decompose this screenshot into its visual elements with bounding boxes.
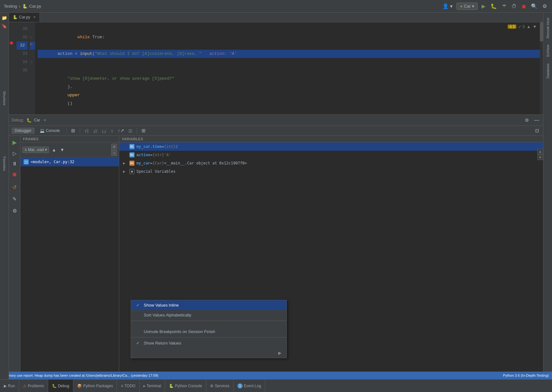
menu-sep-2: [131, 337, 287, 338]
bottom-tab-services[interactable]: ⚙ Services: [206, 380, 234, 392]
database-panel-btn[interactable]: Database: [545, 61, 551, 81]
run-config-button[interactable]: ● Car ▾: [456, 3, 478, 10]
run-to-cursor-btn[interactable]: ↑↗: [116, 127, 126, 134]
var-eq-action: =: [150, 153, 152, 157]
scroll-down-arrow[interactable]: ▼: [537, 154, 543, 160]
resume-btn[interactable]: ▶: [11, 138, 18, 147]
status-message[interactable]: Memory use report: Heap dump has been cr…: [3, 374, 158, 377]
editor[interactable]: ⚠ 1 ✓ 3 ▲ ▼ 30 31 32 33 34 35: [9, 22, 543, 115]
menu-variables-policy[interactable]: ▶: [131, 348, 287, 358]
bottom-tab-run[interactable]: ▶ Run: [0, 380, 19, 392]
step-out-btn[interactable]: ↑: [110, 127, 115, 134]
profile-button[interactable]: ⏱: [510, 2, 518, 11]
pause-btn[interactable]: ⏸: [11, 160, 18, 168]
bottom-tab-event-log[interactable]: 1 Event Log: [234, 380, 265, 392]
python-version[interactable]: Python 3.6 (In-Depth-Testing): [503, 374, 549, 377]
bottom-tab-python-packages[interactable]: 📦 Python Packages: [73, 380, 117, 392]
editor-warnings: ⚠ 1 ✓ 3 ▲ ▼: [508, 24, 537, 29]
var-expand-mycar[interactable]: ▶: [123, 161, 128, 165]
restore-layout-btn[interactable]: ⊞: [70, 127, 76, 134]
stop-button[interactable]: ◼: [520, 2, 527, 11]
debug-settings-btn[interactable]: ⚙: [524, 116, 530, 124]
code-content[interactable]: while True: action = input ( "What shoul…: [35, 22, 543, 114]
search-button[interactable]: 🔍: [530, 2, 539, 11]
step-into-btn[interactable]: ↓⃝: [92, 127, 98, 134]
settings-panel-btn[interactable]: ⊡: [534, 127, 541, 134]
sidebar-bookmark-icon[interactable]: 🔖: [1, 22, 8, 30]
fold-34[interactable]: ▽: [30, 58, 35, 66]
bottom-tab-terminal[interactable]: ▸ Terminal: [140, 380, 165, 392]
debug-session-close[interactable]: ✕: [43, 118, 46, 122]
account-button[interactable]: 👤 ▾: [441, 2, 454, 11]
evaluate-btn[interactable]: ↗⃝: [127, 127, 134, 134]
editor-scrollbar[interactable]: [540, 22, 543, 114]
frame-icon: □: [24, 159, 29, 164]
breadcrumb-testing[interactable]: Testing: [4, 4, 17, 9]
debug-controls: ▶ ▷ ⏸ ◼ ↺ ✎ ⚙: [9, 136, 20, 379]
coverage-button[interactable]: ☂: [501, 2, 508, 11]
menu-show-return-values[interactable]: Unmute Breakpoints on Session Finish: [131, 327, 287, 337]
tab-car-py[interactable]: 🐍 Car.py ✕: [9, 13, 40, 22]
debug-minimize-btn[interactable]: —: [533, 116, 541, 124]
tab-console[interactable]: 💻 Console: [37, 127, 63, 134]
tab-debugger[interactable]: Debugger: [11, 127, 35, 134]
code-paren1: (: [92, 50, 95, 58]
bottom-tab-python-console[interactable]: 🐍 Python Console: [165, 380, 206, 392]
frames-thread-dropdown[interactable]: ≡ Mai...ead ▾: [22, 147, 49, 153]
run-button[interactable]: ▶: [480, 2, 487, 11]
breadcrumb-filename[interactable]: Car.py: [29, 4, 41, 9]
rerun-btn[interactable]: ↺: [11, 183, 18, 192]
remove-frame-btn[interactable]: −: [111, 150, 117, 156]
stop-debug-btn[interactable]: ◼: [11, 170, 18, 178]
debug-label: Debug:: [11, 118, 24, 122]
event-log-tab-label: Event Log: [244, 384, 261, 388]
mute-btn[interactable]: ⊞: [140, 127, 147, 134]
sidebar-project-icon[interactable]: 📁: [1, 14, 8, 22]
bottom-tab-debug[interactable]: 🐛 Debug: [48, 380, 73, 392]
remote-host-panel-btn[interactable]: Remote Host: [545, 15, 551, 41]
status-bar-right: Python 3.6 (In-Depth-Testing): [503, 374, 549, 377]
var-item-special[interactable]: ▶ ⊞ Special Variables: [119, 167, 543, 176]
nav-down-icon[interactable]: ▼: [533, 24, 537, 29]
debug-button[interactable]: 🐛: [489, 2, 498, 11]
menu-simplified-vars[interactable]: ✓ Show Return Values: [131, 338, 287, 348]
frame-down-btn[interactable]: ▼: [59, 146, 66, 154]
sidebar-structure-icon[interactable]: Structure: [3, 94, 6, 102]
main-layout: 📁 🔖 Structure Favorites 🐍 Car.py ✕ ⚠ 1 ✓…: [0, 13, 552, 379]
code-line-33: "show [O]dometer, or show average [S]pee…: [38, 58, 543, 114]
menu-show-values-inline[interactable]: ✓ Show Values Inline: [131, 300, 287, 310]
settings-side-btn[interactable]: ⚙: [11, 207, 18, 215]
settings-button[interactable]: ⚙: [541, 2, 548, 11]
scroll-up-arrow[interactable]: ▲: [537, 149, 543, 154]
tab-close-btn[interactable]: ✕: [33, 15, 36, 19]
smart-step-btn[interactable]: ↓↓: [100, 127, 108, 134]
bottom-tab-problems[interactable]: ⚠ Problems: [19, 380, 48, 392]
var-item-action[interactable]: 01 action = {str} 'A': [119, 151, 543, 159]
var-expand-special[interactable]: ▶: [123, 169, 128, 174]
menu-label-sort: Sort Values Alphabetically: [144, 313, 191, 317]
frame-item-module[interactable]: □ <module>, Car.py:32: [20, 157, 119, 166]
add-frame-btn[interactable]: +: [111, 144, 117, 149]
menu-unmute-breakpoints[interactable]: [131, 322, 287, 327]
frame-up-btn[interactable]: ▲: [50, 146, 57, 154]
step-over-side-btn[interactable]: ▷: [11, 149, 18, 158]
line-numbers: 30 31 32 33 34 35: [14, 22, 30, 114]
sciview-panel-btn[interactable]: SciView: [545, 42, 551, 60]
bottom-tab-todo[interactable]: ≡ TODO: [117, 380, 139, 392]
debug-body: ▶ ▷ ⏸ ◼ ↺ ✎ ⚙ Frames ≡ Mai...ead ▾: [9, 136, 543, 379]
nav-up-icon[interactable]: ▲: [527, 24, 531, 29]
run-tab-icon: ▶: [4, 384, 7, 388]
fold-31[interactable]: ▽: [30, 33, 35, 41]
sidebar-favorites-icon[interactable]: Favorites: [3, 160, 6, 168]
menu-sort-alphabetically[interactable]: Sort Values Alphabetically: [131, 310, 287, 320]
run-btn-2[interactable]: ✎: [11, 195, 18, 203]
keyword-while: while: [68, 35, 90, 40]
frames-panel: Frames ≡ Mai...ead ▾ ▲ ▼ + −: [20, 136, 119, 379]
content-area: 🐍 Car.py ✕ ⚠ 1 ✓ 3 ▲ ▼ 30: [9, 13, 543, 379]
var-item-mycar[interactable]: ▶ 01 my_car = {Car} <__main__.Car object…: [119, 159, 543, 167]
step-over-btn[interactable]: ↑⃝: [83, 127, 90, 134]
title-bar-left: Testing › 🐍 Car.py: [4, 4, 41, 9]
status-bar: Memory use report: Heap dump has been cr…: [0, 372, 552, 379]
var-value-action: 'A': [164, 153, 171, 157]
var-item-time[interactable]: 01 my_car.time = {int} 2: [119, 142, 543, 151]
